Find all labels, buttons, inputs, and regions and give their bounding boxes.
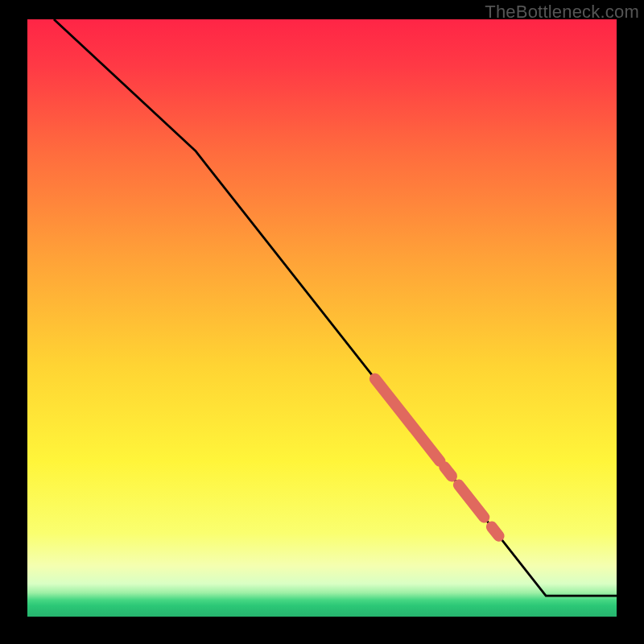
- watermark-text: TheBottleneck.com: [485, 2, 639, 23]
- highlight-segment: [492, 527, 499, 536]
- chart-container: TheBottleneck.com: [0, 0, 644, 644]
- chart-svg: [0, 0, 644, 644]
- highlight-segment: [444, 467, 452, 476]
- plot-area: [27, 19, 617, 617]
